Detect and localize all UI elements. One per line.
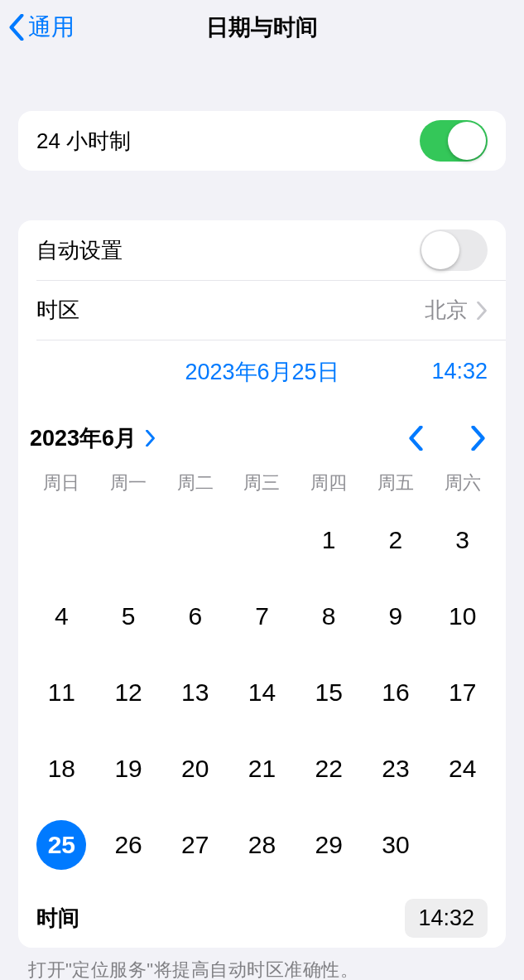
timezone-value: 北京 — [425, 296, 468, 325]
weekday-header: 周四 — [297, 471, 361, 495]
auto-set-switch[interactable] — [420, 229, 488, 271]
month-picker[interactable]: 2023年6月 — [30, 423, 156, 453]
calendar-day[interactable]: 30 — [364, 820, 428, 870]
calendar-day-number: 27 — [171, 820, 220, 870]
calendar-day-number: 2 — [371, 515, 421, 565]
calendar-day-number: 17 — [438, 668, 488, 717]
timezone-label: 时区 — [36, 296, 425, 325]
calendar-day[interactable]: 7 — [230, 591, 294, 641]
calendar-day[interactable]: 25 — [30, 820, 94, 870]
calendar-blank — [230, 515, 294, 565]
calendar-day-number: 18 — [36, 744, 86, 794]
24-hour-switch[interactable] — [420, 120, 488, 162]
calendar-day[interactable]: 27 — [163, 820, 227, 870]
calendar-day[interactable]: 20 — [163, 744, 227, 794]
switch-knob — [421, 231, 459, 269]
calendar-blank — [163, 515, 227, 565]
calendar-day-number: 22 — [304, 744, 353, 794]
calendar-day[interactable]: 22 — [297, 744, 361, 794]
calendar-day[interactable]: 19 — [97, 744, 161, 794]
chevron-left-icon — [408, 426, 424, 451]
calendar-day-number: 4 — [36, 591, 86, 641]
auto-set-row: 自动设置 — [18, 220, 506, 280]
weekday-header: 周五 — [364, 471, 428, 495]
calendar-day[interactable]: 15 — [297, 668, 361, 717]
calendar-day-number: 28 — [237, 820, 286, 870]
chevron-left-icon — [8, 14, 25, 41]
next-month-button[interactable] — [465, 421, 491, 456]
calendar-day-number: 20 — [171, 744, 220, 794]
weekday-header: 周六 — [430, 471, 494, 495]
time-label: 时间 — [36, 904, 405, 933]
calendar-day[interactable]: 18 — [30, 744, 94, 794]
calendar-day[interactable]: 21 — [230, 744, 294, 794]
calendar-day-number: 21 — [237, 744, 286, 794]
calendar-day[interactable]: 16 — [364, 668, 428, 717]
calendar-day-number: 24 — [438, 744, 488, 794]
24-hour-row: 24 小时制 — [18, 111, 506, 171]
calendar-day-number: 11 — [36, 668, 86, 717]
weekday-header: 周二 — [163, 471, 227, 495]
calendar-day-number: 25 — [36, 820, 86, 870]
chevron-right-icon — [476, 302, 488, 320]
calendar-day-number: 7 — [237, 591, 286, 641]
calendar: 2023年6月 周日周一周二周三周四周五周六 12345678910111213… — [18, 403, 506, 948]
calendar-day[interactable]: 28 — [230, 820, 294, 870]
auto-set-label: 自动设置 — [36, 236, 420, 265]
calendar-day-number: 8 — [304, 591, 353, 641]
selected-date-display[interactable]: 2023年6月25日 — [36, 357, 397, 387]
calendar-day-number: 1 — [304, 515, 353, 565]
calendar-day[interactable]: 6 — [163, 591, 227, 641]
calendar-day[interactable]: 4 — [30, 591, 94, 641]
calendar-day[interactable]: 3 — [430, 515, 494, 565]
calendar-day[interactable]: 12 — [97, 668, 161, 717]
calendar-day-number: 14 — [237, 668, 286, 717]
footer-note: 打开"定位服务"将提高自动时区准确性。 — [0, 948, 524, 980]
24-hour-label: 24 小时制 — [36, 127, 420, 156]
calendar-blank — [97, 515, 161, 565]
calendar-day-number: 30 — [371, 820, 421, 870]
calendar-day-number: 29 — [304, 820, 353, 870]
calendar-day-number: 19 — [103, 744, 153, 794]
calendar-day-number: 6 — [171, 591, 220, 641]
calendar-day[interactable]: 8 — [297, 591, 361, 641]
chevron-right-icon — [145, 430, 156, 447]
calendar-day-number: 23 — [371, 744, 421, 794]
calendar-day[interactable]: 13 — [163, 668, 227, 717]
back-label: 通用 — [28, 12, 75, 43]
calendar-day[interactable]: 29 — [297, 820, 361, 870]
calendar-day[interactable]: 11 — [30, 668, 94, 717]
switch-knob — [448, 122, 486, 160]
timezone-row[interactable]: 时区 北京 — [36, 280, 506, 340]
weekday-header: 周日 — [30, 471, 94, 495]
prev-month-button[interactable] — [403, 421, 429, 456]
calendar-day[interactable]: 9 — [364, 591, 428, 641]
calendar-day-number: 13 — [171, 668, 220, 717]
calendar-day[interactable]: 10 — [430, 591, 494, 641]
calendar-day[interactable]: 14 — [230, 668, 294, 717]
calendar-day[interactable]: 5 — [97, 591, 161, 641]
back-button[interactable]: 通用 — [0, 12, 75, 43]
calendar-day-number: 5 — [103, 591, 153, 641]
time-picker[interactable]: 14:32 — [405, 899, 488, 938]
weekday-header: 周一 — [97, 471, 161, 495]
calendar-day[interactable]: 24 — [430, 744, 494, 794]
calendar-day-number: 12 — [103, 668, 153, 717]
calendar-day[interactable]: 2 — [364, 515, 428, 565]
calendar-day-number: 9 — [371, 591, 421, 641]
calendar-day[interactable]: 23 — [364, 744, 428, 794]
calendar-day-number: 26 — [103, 820, 153, 870]
calendar-blank — [30, 515, 94, 565]
calendar-day[interactable]: 26 — [97, 820, 161, 870]
calendar-day-number: 16 — [371, 668, 421, 717]
month-label: 2023年6月 — [30, 423, 137, 453]
page-title: 日期与时间 — [0, 12, 524, 42]
calendar-day-number: 10 — [438, 591, 488, 641]
chevron-right-icon — [470, 426, 486, 451]
selected-time-display[interactable]: 14:32 — [397, 359, 488, 384]
calendar-day-number: 3 — [438, 515, 488, 565]
calendar-day[interactable]: 1 — [297, 515, 361, 565]
weekday-header: 周三 — [230, 471, 294, 495]
calendar-day[interactable]: 17 — [430, 668, 494, 717]
calendar-day-number: 15 — [304, 668, 353, 717]
